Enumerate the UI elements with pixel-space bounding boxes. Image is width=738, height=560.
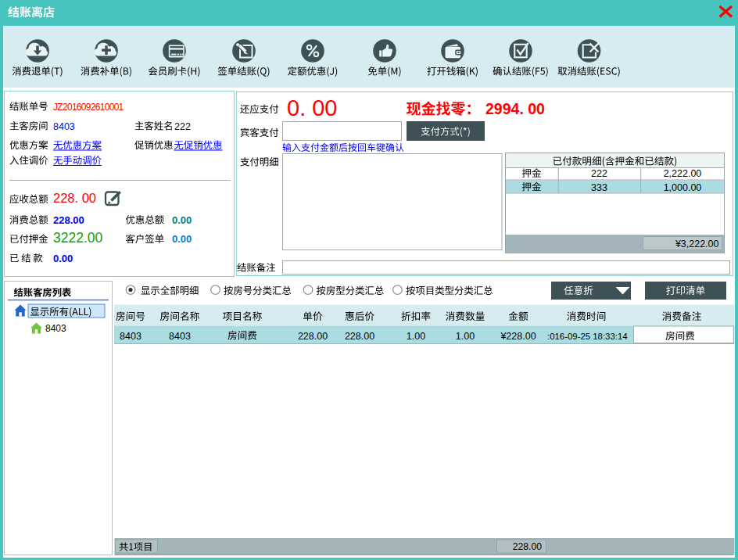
svg-text:222: 222 [591,168,607,179]
svg-text:1.00: 1.00 [456,331,475,342]
svg-text:2994. 00: 2994. 00 [485,100,545,117]
svg-text:8403: 8403 [120,331,142,342]
svg-text::016-09-25 18:33:14: :016-09-25 18:33:14 [547,332,628,341]
svg-text:0. 00: 0. 00 [287,95,338,120]
svg-text:228.00: 228.00 [53,214,84,226]
svg-text:JZ2016092610001: JZ2016092610001 [53,102,124,113]
svg-text:0.00: 0.00 [53,253,73,264]
svg-text:8403: 8403 [53,121,75,132]
svg-text:2,222.00: 2,222.00 [664,168,702,179]
svg-text:0.00: 0.00 [172,233,192,245]
svg-text:228.00: 228.00 [513,541,542,552]
svg-text:1.00: 1.00 [407,331,425,342]
svg-text:8403: 8403 [45,323,66,334]
svg-text:333: 333 [591,182,607,193]
svg-text:222: 222 [174,121,191,132]
svg-text:¥3,222.00: ¥3,222.00 [675,239,719,249]
svg-text:228.00: 228.00 [298,331,328,342]
svg-text:¥228.00: ¥228.00 [500,331,536,342]
svg-text:1,000.00: 1,000.00 [664,182,702,193]
svg-text:228. 00: 228. 00 [53,191,96,205]
svg-text:0.00: 0.00 [172,214,192,226]
svg-text:8403: 8403 [169,331,191,342]
svg-text:3222.00: 3222.00 [53,230,103,246]
svg-text:228.00: 228.00 [345,331,374,342]
